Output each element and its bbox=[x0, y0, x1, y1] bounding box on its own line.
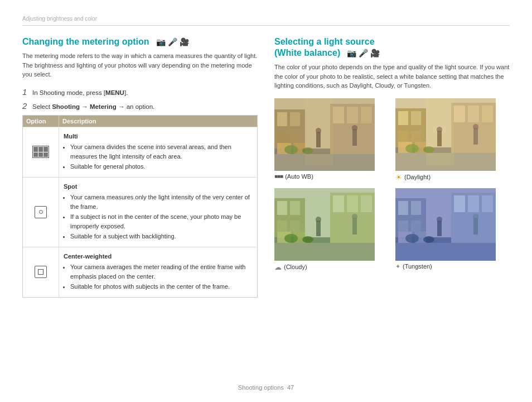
right-title-icons: 📷 🎤 🎥 bbox=[347, 49, 380, 58]
svg-point-82 bbox=[423, 236, 434, 243]
table-header: Option Description bbox=[23, 116, 257, 127]
bullet-multi-2: Suitable for general photos. bbox=[70, 162, 253, 171]
step-2-bold1: Shooting bbox=[52, 103, 80, 110]
step-2-bold2: Metering bbox=[90, 103, 117, 110]
svg-rect-31 bbox=[468, 106, 479, 122]
wb-label-tungsten: ✦ (Tungsten) bbox=[395, 263, 510, 270]
right-section-title: Selecting a light source (White balance)… bbox=[274, 37, 510, 58]
wb-photo-auto bbox=[274, 98, 375, 171]
step-2-num: 2 bbox=[22, 101, 29, 111]
table-row-center: Center-weighted Your camera averages the… bbox=[23, 247, 257, 297]
step-2: 2 Select Shooting → Metering → an option… bbox=[22, 101, 258, 111]
wb-photo-tungsten-svg bbox=[395, 188, 496, 261]
svg-rect-48 bbox=[290, 221, 300, 232]
svg-rect-56 bbox=[274, 243, 375, 261]
bullet-spot-1: Your camera measures only the light inte… bbox=[70, 193, 253, 211]
wb-label-daylight: ☀ (Daylight) bbox=[395, 173, 510, 181]
option-desc-multi: Multi Your camera divides the scene into… bbox=[59, 127, 257, 177]
footer-page: 47 bbox=[286, 384, 294, 391]
svg-rect-3 bbox=[277, 112, 287, 126]
option-desc-spot: Spot Your camera measures only the light… bbox=[59, 178, 257, 247]
svg-rect-67 bbox=[398, 221, 408, 232]
step-1-key: MENU bbox=[105, 89, 124, 96]
wb-label-text-daylight: (Daylight) bbox=[404, 174, 431, 180]
wb-images-grid: ■■■ (Auto WB) bbox=[274, 98, 510, 271]
breadcrumb: Adjusting brightness and color bbox=[22, 16, 510, 26]
svg-point-18 bbox=[352, 125, 357, 131]
svg-point-40 bbox=[405, 144, 419, 153]
svg-rect-79 bbox=[473, 218, 478, 234]
svg-rect-30 bbox=[454, 106, 465, 122]
svg-rect-32 bbox=[482, 106, 493, 122]
svg-rect-77 bbox=[437, 221, 442, 236]
svg-rect-66 bbox=[411, 201, 421, 215]
right-camcorder-icon: 🎥 bbox=[370, 49, 380, 58]
wb-label-icon-cloudy: ☁ bbox=[274, 263, 282, 271]
video-icon: 🎤 bbox=[168, 37, 177, 46]
svg-point-58 bbox=[316, 217, 321, 222]
svg-point-61 bbox=[284, 234, 298, 243]
option-bullets-center: Your camera averages the meter reading o… bbox=[64, 262, 253, 291]
step-1-num: 1 bbox=[22, 87, 29, 97]
svg-point-80 bbox=[473, 214, 478, 219]
svg-rect-6 bbox=[290, 132, 300, 143]
svg-rect-26 bbox=[398, 131, 408, 142]
wb-label-icon-tungsten: ✦ bbox=[395, 263, 400, 270]
wb-image-auto: ■■■ (Auto WB) bbox=[274, 98, 389, 181]
svg-rect-38 bbox=[473, 128, 478, 145]
svg-rect-24 bbox=[398, 111, 408, 125]
svg-rect-65 bbox=[398, 201, 408, 215]
wb-image-daylight: ☀ (Daylight) bbox=[395, 98, 510, 181]
wb-photo-cloudy bbox=[274, 188, 375, 261]
multi-icon bbox=[32, 146, 49, 158]
svg-rect-42 bbox=[426, 98, 454, 165]
wb-photo-tungsten bbox=[395, 188, 496, 261]
svg-rect-52 bbox=[347, 195, 358, 212]
table-row-spot: Spot Your camera measures only the light… bbox=[23, 177, 257, 247]
footer: Shooting options 47 bbox=[22, 379, 510, 391]
wb-photo-auto-svg bbox=[274, 98, 375, 171]
footer-text: Shooting options bbox=[238, 384, 284, 391]
content-columns: Changing the metering option 📷 🎤 🎥 The m… bbox=[22, 37, 510, 373]
svg-rect-59 bbox=[352, 218, 357, 234]
camera-icon: 📷 bbox=[156, 37, 166, 46]
svg-rect-72 bbox=[468, 195, 479, 212]
step-1: 1 In Shooting mode, press [MENU]. bbox=[22, 87, 258, 97]
svg-rect-10 bbox=[347, 107, 358, 123]
left-title-icons: 📷 🎤 🎥 bbox=[156, 37, 189, 46]
wb-label-text-auto: (Auto WB) bbox=[285, 173, 313, 180]
svg-point-60 bbox=[352, 214, 357, 219]
wb-label-text-cloudy: (Cloudy) bbox=[284, 264, 307, 270]
wb-image-tungsten: ✦ (Tungsten) bbox=[395, 188, 510, 271]
svg-rect-25 bbox=[411, 111, 421, 125]
options-table: Option Description Multi Your came bbox=[22, 115, 258, 298]
wb-photo-daylight-svg bbox=[395, 98, 496, 171]
option-icon-center bbox=[23, 247, 59, 297]
table-row-multi: Multi Your camera divides the scene into… bbox=[23, 127, 257, 177]
svg-rect-68 bbox=[411, 221, 421, 232]
right-title-wrapper: Selecting a light source (White balance)… bbox=[274, 37, 380, 58]
svg-point-81 bbox=[405, 234, 419, 243]
option-icon-multi bbox=[23, 127, 59, 177]
svg-rect-45 bbox=[277, 201, 287, 215]
svg-rect-71 bbox=[454, 195, 465, 212]
svg-point-39 bbox=[473, 124, 478, 130]
table-header-option: Option bbox=[23, 116, 59, 127]
spot-icon-inner bbox=[39, 210, 43, 214]
bullet-spot-3: Suitable for a subject with backlighting… bbox=[70, 232, 253, 241]
svg-point-78 bbox=[437, 217, 442, 222]
option-bullets-multi: Your camera divides the scene into sever… bbox=[64, 142, 253, 171]
wb-label-icon-daylight: ☀ bbox=[395, 173, 402, 181]
step-1-text: In Shooting mode, press [MENU]. bbox=[32, 89, 128, 96]
camcorder-icon: 🎥 bbox=[180, 37, 189, 46]
bullet-spot-2: If a subject is not in the center of the… bbox=[70, 212, 253, 231]
wb-label-cloudy: ☁ (Cloudy) bbox=[274, 263, 389, 271]
svg-rect-4 bbox=[290, 112, 300, 126]
option-title-multi: Multi bbox=[64, 132, 253, 141]
wb-photo-daylight bbox=[395, 98, 496, 171]
left-description: The metering mode refers to the way in w… bbox=[22, 51, 258, 79]
svg-rect-53 bbox=[361, 195, 372, 212]
svg-rect-11 bbox=[361, 107, 372, 123]
bullet-multi-1: Your camera divides the scene into sever… bbox=[70, 142, 253, 161]
center-icon bbox=[35, 266, 47, 278]
